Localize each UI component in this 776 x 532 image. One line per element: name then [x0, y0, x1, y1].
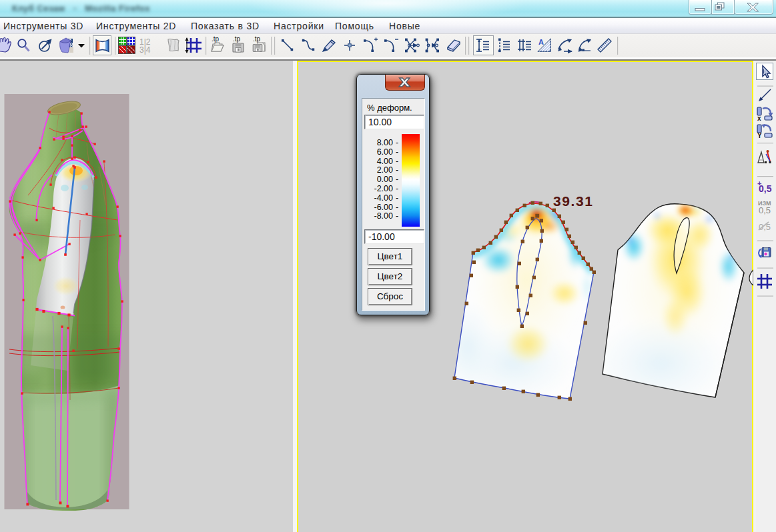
svg-text:.tp: .tp	[212, 35, 220, 43]
svg-text:39.31: 39.31	[553, 193, 594, 209]
svg-text:+: +	[757, 179, 761, 187]
svg-text:A: A	[538, 38, 544, 46]
svg-text:x: x	[757, 115, 761, 122]
svg-text:.tp: .tp	[233, 35, 241, 43]
svg-text:.tp: .tp	[253, 35, 261, 43]
svg-text:0,5: 0,5	[759, 222, 771, 232]
svg-text:Y: Y	[757, 132, 762, 139]
svg-text:3|4: 3|4	[139, 45, 151, 55]
svg-text:0,5: 0,5	[759, 205, 771, 215]
